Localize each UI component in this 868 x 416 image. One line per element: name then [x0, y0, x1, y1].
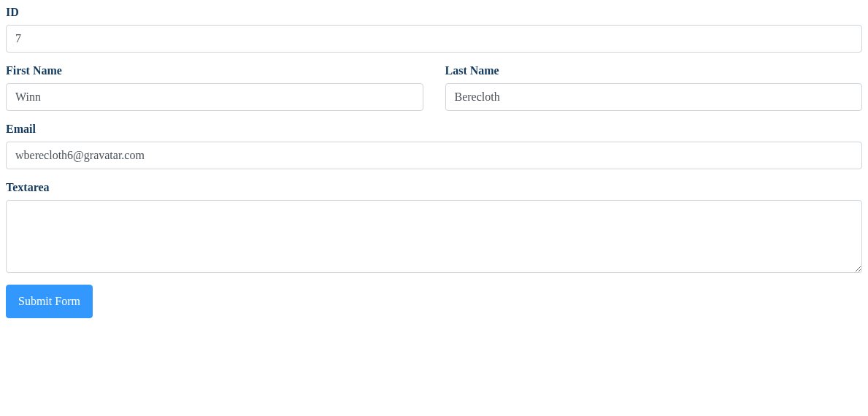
name-row: First Name Last Name [0, 64, 868, 123]
last-name-col: Last Name [434, 64, 869, 123]
email-input[interactable] [6, 142, 862, 169]
last-name-input[interactable] [445, 83, 863, 111]
id-label: ID [6, 6, 19, 19]
user-form: ID First Name Last Name Email Textarea S… [6, 6, 862, 318]
id-group: ID [6, 6, 862, 53]
textarea-input[interactable] [6, 200, 862, 273]
last-name-group: Last Name [445, 64, 863, 111]
first-name-col: First Name [0, 64, 434, 123]
textarea-group: Textarea [6, 181, 862, 273]
submit-button[interactable]: Submit Form [6, 285, 93, 318]
first-name-input[interactable] [6, 83, 423, 111]
email-group: Email [6, 123, 862, 169]
first-name-group: First Name [6, 64, 423, 111]
last-name-label: Last Name [445, 64, 499, 77]
email-label: Email [6, 123, 36, 136]
id-input[interactable] [6, 25, 862, 53]
first-name-label: First Name [6, 64, 62, 77]
textarea-label: Textarea [6, 181, 50, 194]
